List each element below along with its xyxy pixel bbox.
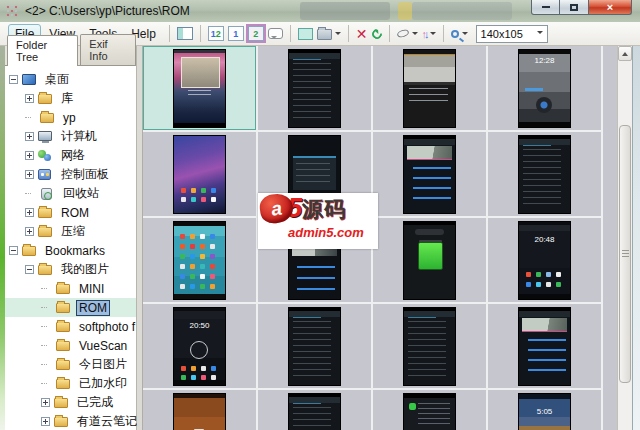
thumb-about-phone[interactable] <box>288 49 341 128</box>
thumb-battery-usage[interactable] <box>518 307 571 386</box>
tooltip-toggle-button[interactable] <box>268 28 283 39</box>
toolbar-divider <box>443 25 444 42</box>
tree-item-rom-bookmark[interactable]: ROM <box>5 298 136 317</box>
expand-icon[interactable] <box>25 132 34 141</box>
tree-item-vuescan[interactable]: VueScan <box>5 336 136 355</box>
tree-item-label: 网络 <box>58 146 88 165</box>
thumb-about-phone[interactable] <box>288 393 341 430</box>
thumb-about-phone[interactable] <box>518 135 571 214</box>
thumbnail-cell-r4-c1[interactable]: 20:50 <box>143 304 258 390</box>
dual-pane-view-button[interactable]: 12 <box>208 26 224 41</box>
thumb-photo-lockscreen[interactable] <box>173 49 226 128</box>
thumbnail-size-value: 140x105 <box>481 28 523 40</box>
thumb-about-phone[interactable] <box>288 307 341 386</box>
refresh-button[interactable] <box>372 29 382 39</box>
thumbnail-cell-r1-c4[interactable]: 12:28 <box>488 46 603 132</box>
toolbar-divider <box>290 25 291 42</box>
expand-icon[interactable] <box>25 151 34 160</box>
thumbnail-cell-r2-c1[interactable] <box>143 132 258 218</box>
thumb-pebbles-lockscreen[interactable]: 12:28 <box>518 49 571 128</box>
tree-item-mini[interactable]: MINI <box>5 279 136 298</box>
scroll-up-button[interactable] <box>618 46 632 61</box>
tree-item-network[interactable]: 网络 <box>5 146 136 165</box>
expand-icon[interactable] <box>25 170 34 179</box>
thumbnail-cell-r3-c3[interactable] <box>373 218 488 304</box>
tree-item-label: 库 <box>58 89 76 108</box>
tree-item-watermarked[interactable]: 已加水印 <box>5 374 136 393</box>
pane-2-view-button[interactable]: 2 <box>248 26 264 41</box>
thumbnail-cell-r1-c3[interactable] <box>373 46 488 132</box>
thumb-brown-homescreen[interactable] <box>173 393 226 430</box>
thumbnail-cell-r2-c4[interactable] <box>488 132 603 218</box>
watermark-site: admin5.com <box>288 225 364 240</box>
tree-item-library[interactable]: 库 <box>5 89 136 108</box>
tree-item-computer[interactable]: 计算机 <box>5 127 136 146</box>
collapse-icon[interactable] <box>9 75 18 84</box>
thumb-battery-charging[interactable] <box>403 221 456 300</box>
vertical-scrollbar[interactable] <box>617 46 632 430</box>
thumbnail-cell-r3-c4[interactable]: 20:48 <box>488 218 603 304</box>
tree-item-desktop[interactable]: 桌面 <box>5 70 136 89</box>
sort-button[interactable]: ↑↓ <box>422 28 436 40</box>
thumb-dark-lockscreen[interactable]: 20:50 <box>173 307 226 386</box>
tree-item-my-pictures[interactable]: 我的图片 <box>5 260 136 279</box>
tree-item-label: softphoto f <box>76 319 138 335</box>
thumbnail-cell-r2-c3[interactable] <box>373 132 488 218</box>
thumb-notification-shade[interactable] <box>403 49 456 128</box>
thumbnail-size-select[interactable]: 140x105 <box>476 25 548 43</box>
thumbnail-cell-r4-c2[interactable] <box>258 304 373 390</box>
maximize-button[interactable] <box>560 0 588 15</box>
thumbnail-cell-r1-c2[interactable] <box>258 46 373 132</box>
pane-1-view-button[interactable]: 1 <box>228 26 244 41</box>
tab-exif-info[interactable]: Exif Info <box>80 34 136 65</box>
thumbnail-cell-r5-c3[interactable] <box>373 390 488 430</box>
scrollbar-thumb[interactable] <box>619 125 631 383</box>
thumbnail-cell-r5-c2[interactable] <box>258 390 373 430</box>
tree-item-youdao-notes[interactable]: 有道云笔记 <box>5 412 136 430</box>
tree-item-bookmarks[interactable]: Bookmarks <box>5 241 136 260</box>
app-system-icon[interactable] <box>6 5 19 18</box>
folder-view-button[interactable] <box>317 27 341 40</box>
thumb-miui-homescreen[interactable] <box>173 221 226 300</box>
tree-item-control-panel[interactable]: 控制面板 <box>5 165 136 184</box>
expand-icon[interactable] <box>25 227 34 236</box>
sidebar: Folder Tree Exif Info 桌面库yp计算机网络控制面板回收站R… <box>5 46 137 430</box>
thumbnail-cell-r4-c4[interactable] <box>488 304 603 390</box>
toggle-sidebar-button[interactable] <box>177 27 193 40</box>
tree-item-today-pictures[interactable]: 今日图片 <box>5 355 136 374</box>
background-window-blur <box>398 2 412 20</box>
tag-filter-button[interactable] <box>397 29 418 38</box>
tree-item-yp[interactable]: yp <box>5 108 136 127</box>
tree-item-softphoto-f[interactable]: softphoto f <box>5 317 136 336</box>
zoom-button[interactable] <box>451 29 468 38</box>
collapse-icon[interactable] <box>9 246 18 255</box>
expand-icon[interactable] <box>25 94 34 103</box>
minimize-button[interactable] <box>531 0 560 15</box>
tab-folder-tree[interactable]: Folder Tree <box>7 35 78 66</box>
thumbnail-cell-r1-c1[interactable] <box>143 46 258 132</box>
thumbnail-cell-r3-c1[interactable] <box>143 218 258 304</box>
tree-item-rom[interactable]: ROM <box>5 203 136 222</box>
tree-item-compressed[interactable]: 压缩 <box>5 222 136 241</box>
tree-item-recycle-bin[interactable]: 回收站 <box>5 184 136 203</box>
title-bar[interactable]: <2> C:\Users\yp\Pictures\ROM × <box>0 0 640 22</box>
background-color-button[interactable] <box>298 28 313 40</box>
collapse-icon[interactable] <box>25 265 34 274</box>
close-button[interactable]: × <box>588 0 632 15</box>
thumbnail-clock-text: 20:50 <box>174 321 225 330</box>
thumb-dark-homescreen[interactable]: 20:48 <box>518 221 571 300</box>
thumb-whatsapp-notification[interactable] <box>403 393 456 430</box>
thumbnail-cell-r5-c1[interactable] <box>143 390 258 430</box>
thumbnail-cell-r5-c4[interactable]: 5:05 <box>488 390 603 430</box>
expand-icon[interactable] <box>41 398 50 407</box>
delete-button[interactable]: ✕ <box>356 27 368 41</box>
expand-icon[interactable] <box>41 417 50 426</box>
thumb-nexus-homescreen[interactable] <box>173 135 226 214</box>
thumb-about-phone[interactable] <box>403 307 456 386</box>
thumbnail-cell-r4-c3[interactable] <box>373 304 488 390</box>
thumb-autumn-lockscreen[interactable]: 5:05 <box>518 393 571 430</box>
tree-item-completed[interactable]: 已完成 <box>5 393 136 412</box>
folder-icon <box>56 339 72 352</box>
thumb-battery-usage[interactable] <box>403 135 456 214</box>
expand-icon[interactable] <box>25 208 34 217</box>
